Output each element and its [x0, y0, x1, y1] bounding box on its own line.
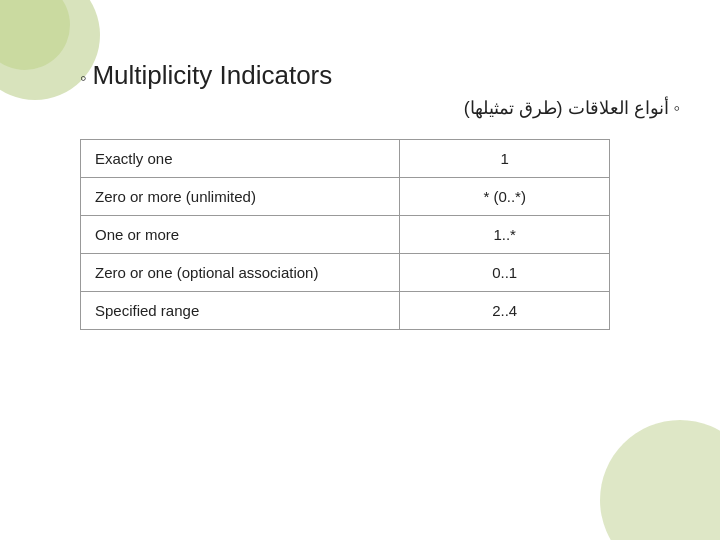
table-row: Zero or one (optional association)0..1 — [81, 254, 610, 292]
row-description: One or more — [81, 216, 400, 254]
bullet-icon: ◦ — [80, 68, 86, 89]
table-row: One or more1..* — [81, 216, 610, 254]
row-description: Zero or more (unlimited) — [81, 178, 400, 216]
decoration-top-left-inner — [0, 0, 70, 70]
heading-section: ◦Multiplicity Indicators ◦ أنواع العلاقا… — [80, 60, 680, 119]
table-row: Specified range2..4 — [81, 292, 610, 330]
row-description: Specified range — [81, 292, 400, 330]
heading-title: Multiplicity Indicators — [92, 60, 332, 90]
row-notation: 0..1 — [400, 254, 610, 292]
table-row: Exactly one1 — [81, 140, 610, 178]
row-description: Zero or one (optional association) — [81, 254, 400, 292]
row-notation: 1 — [400, 140, 610, 178]
decoration-bottom-right — [600, 420, 720, 540]
main-content: ◦Multiplicity Indicators ◦ أنواع العلاقا… — [80, 60, 680, 330]
main-heading: ◦Multiplicity Indicators — [80, 60, 680, 91]
table-container: Exactly one1Zero or more (unlimited)* (0… — [80, 139, 680, 330]
table-row: Zero or more (unlimited)* (0..*) — [81, 178, 610, 216]
multiplicity-table: Exactly one1Zero or more (unlimited)* (0… — [80, 139, 610, 330]
row-description: Exactly one — [81, 140, 400, 178]
row-notation: 1..* — [400, 216, 610, 254]
sub-heading: ◦ أنواع العلاقات (طرق تمثيلها) — [80, 97, 680, 119]
row-notation: * (0..*) — [400, 178, 610, 216]
row-notation: 2..4 — [400, 292, 610, 330]
